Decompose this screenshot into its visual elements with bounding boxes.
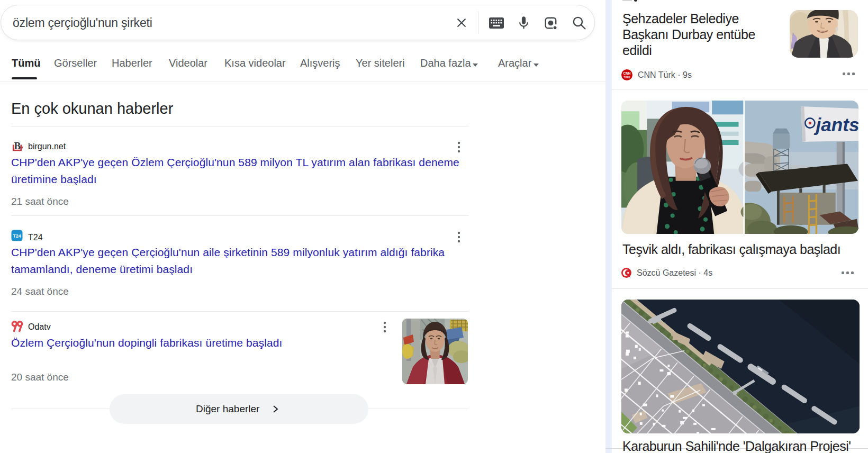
svg-text:TÜRK: TÜRK bbox=[623, 76, 630, 79]
svg-text:CNN: CNN bbox=[623, 71, 630, 75]
svg-text:B: B bbox=[14, 140, 21, 151]
svg-text:T24: T24 bbox=[13, 233, 21, 239]
svg-text:jants: jants bbox=[813, 114, 858, 135]
